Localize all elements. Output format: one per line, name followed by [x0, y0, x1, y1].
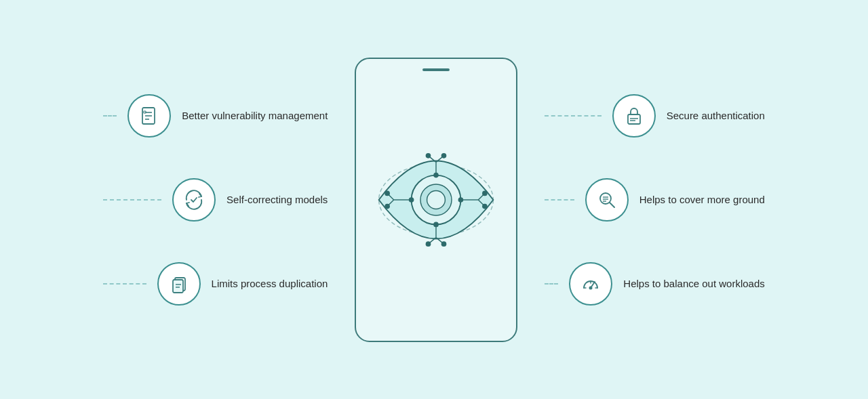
dashed-line-4	[545, 115, 601, 117]
feature-workloads: Helps to balance out workloads	[545, 262, 764, 306]
feature-self-correcting-text: Self-correcting models	[226, 192, 328, 207]
dashed-line-6	[545, 283, 558, 285]
refresh-check-icon	[183, 189, 205, 211]
document-list-icon	[138, 105, 160, 127]
duplication-icon-circle	[157, 262, 201, 306]
feature-workloads-text: Helps to balance out workloads	[623, 276, 764, 291]
svg-point-34	[433, 172, 439, 177]
svg-point-29	[426, 241, 431, 247]
search-doc-icon	[596, 189, 618, 211]
feature-duplication-text: Limits process duplication	[212, 276, 328, 291]
feature-duplication: Limits process duplication	[103, 262, 328, 306]
feature-vulnerability: Better vulnerability management	[103, 94, 328, 138]
feature-authentication: Secure authentication	[545, 94, 764, 138]
svg-point-22	[458, 197, 464, 203]
right-features: Secure authentication Helps to cover mor…	[545, 94, 764, 306]
svg-point-46	[589, 286, 593, 289]
lock-icon	[623, 105, 645, 127]
svg-point-35	[426, 153, 431, 159]
feature-self-correcting: Self-correcting models	[103, 178, 328, 222]
workloads-icon-circle	[569, 262, 612, 306]
svg-point-16	[409, 197, 414, 203]
gauge-icon	[580, 273, 601, 295]
left-features: Better vulnerability management Self-cor…	[103, 94, 328, 306]
eye-illustration	[358, 132, 514, 268]
svg-point-24	[482, 203, 488, 209]
dashed-line-2	[103, 199, 161, 201]
dashed-line-3	[103, 283, 146, 285]
dashed-line-1	[103, 115, 117, 117]
svg-point-28	[433, 222, 439, 227]
phone-speaker	[422, 68, 450, 71]
cover-ground-icon-circle	[585, 178, 629, 222]
svg-point-36	[441, 153, 447, 159]
phone-body	[355, 58, 517, 342]
dashed-line-5	[545, 199, 574, 201]
feature-authentication-text: Secure authentication	[667, 108, 765, 123]
main-diagram: Better vulnerability management Self-cor…	[34, 17, 834, 383]
svg-line-41	[610, 203, 614, 207]
authentication-icon-circle	[612, 94, 656, 138]
svg-rect-4	[144, 111, 146, 113]
vulnerability-icon-circle	[127, 94, 171, 138]
feature-cover-ground-text: Helps to cover more ground	[639, 192, 765, 207]
svg-point-12	[427, 190, 446, 209]
feature-cover-ground: Helps to cover more ground	[545, 178, 764, 222]
svg-point-30	[441, 241, 447, 247]
svg-rect-37	[628, 114, 640, 124]
svg-point-17	[385, 190, 391, 196]
self-correcting-icon-circle	[172, 178, 216, 222]
svg-point-23	[482, 190, 488, 196]
copy-doc-icon	[168, 273, 190, 295]
feature-vulnerability-text: Better vulnerability management	[182, 108, 328, 123]
svg-point-18	[385, 203, 391, 209]
phone-device	[355, 58, 517, 342]
svg-rect-6	[173, 280, 183, 293]
